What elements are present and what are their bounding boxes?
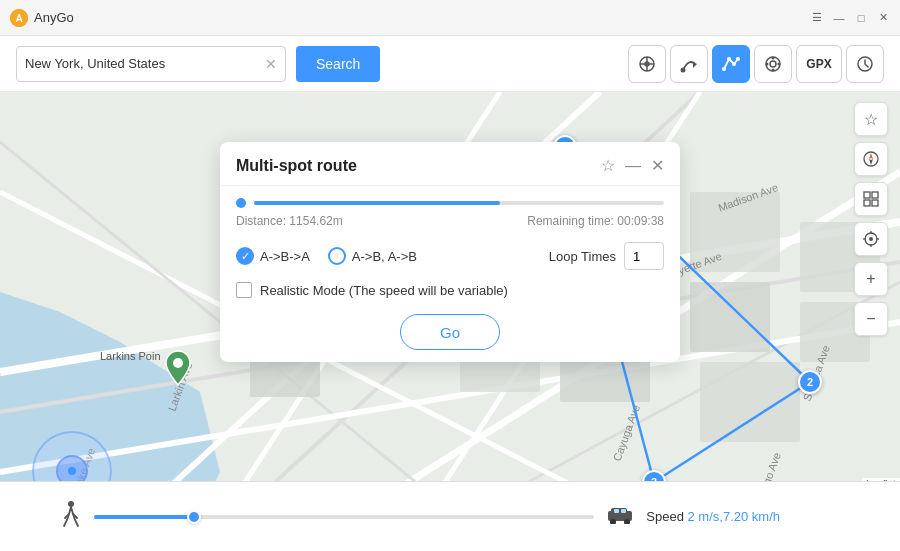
tool-group: GPX: [628, 45, 884, 83]
joystick-tool-button[interactable]: [754, 45, 792, 83]
history-button[interactable]: [846, 45, 884, 83]
svg-point-11: [736, 57, 740, 61]
progress-fill: [254, 201, 500, 205]
zoom-out-button[interactable]: −: [854, 302, 888, 336]
distance-label: Distance: 1154.62m: [236, 214, 343, 228]
loop-times: Loop Times: [549, 242, 664, 270]
waypoint-2: 2: [798, 370, 822, 394]
svg-point-14: [772, 56, 775, 59]
progress-row: [236, 198, 664, 208]
stats-row: Distance: 1154.62m Remaining time: 00:09…: [236, 214, 664, 228]
svg-point-59: [173, 358, 183, 368]
multi-stop-tool-button[interactable]: [712, 45, 750, 83]
progress-dot: [236, 198, 246, 208]
location-pin: [164, 349, 192, 387]
svg-text:Larkins Poin: Larkins Poin: [100, 350, 161, 362]
close-dialog-button[interactable]: ✕: [651, 156, 664, 175]
radio-a-b: [328, 247, 346, 265]
svg-point-68: [869, 237, 873, 241]
svg-point-10: [732, 62, 736, 66]
search-input[interactable]: [25, 56, 265, 71]
speed-slider[interactable]: [94, 515, 594, 519]
option-a-b[interactable]: A->B, A->B: [328, 247, 417, 265]
compass-button[interactable]: [854, 142, 888, 176]
go-button[interactable]: Go: [400, 314, 500, 350]
svg-point-16: [766, 62, 769, 65]
one-stop-tool-button[interactable]: [670, 45, 708, 83]
search-box: ✕: [16, 46, 286, 82]
car-icon: [606, 504, 634, 530]
realistic-mode-checkbox[interactable]: [236, 282, 252, 298]
dialog-title: Multi-spot route: [236, 157, 601, 175]
route-options-row: A->B->A A->B, A->B Loop Times: [236, 242, 664, 270]
minimize-button[interactable]: —: [832, 11, 846, 25]
layers-button[interactable]: [854, 182, 888, 216]
svg-rect-78: [614, 509, 619, 513]
app-logo: A: [10, 9, 28, 27]
walk-icon: [60, 500, 82, 534]
speed-value: 2 m/s,7.20 km/h: [688, 509, 780, 524]
hamburger-icon[interactable]: ☰: [810, 11, 824, 25]
svg-marker-61: [869, 153, 873, 159]
star-button[interactable]: ☆: [854, 102, 888, 136]
svg-point-17: [778, 62, 781, 65]
search-button[interactable]: Search: [296, 46, 380, 82]
option-a-b-label: A->B, A->B: [352, 249, 417, 264]
option-a-b-a[interactable]: A->B->A: [236, 247, 310, 265]
loop-times-label: Loop Times: [549, 249, 616, 264]
svg-point-9: [727, 57, 731, 61]
teleport-tool-button[interactable]: [628, 45, 666, 83]
radio-a-b-a: [236, 247, 254, 265]
svg-rect-79: [621, 509, 626, 513]
dialog-header: Multi-spot route ☆ — ✕: [220, 142, 680, 186]
top-bar: ✕ Search: [0, 36, 900, 92]
svg-rect-64: [872, 192, 878, 198]
title-bar: A AnyGo ☰ — □ ✕: [0, 0, 900, 36]
favorite-button[interactable]: ☆: [601, 156, 615, 175]
svg-rect-65: [864, 200, 870, 206]
realistic-mode-label: Realistic Mode (The speed will be variab…: [260, 283, 508, 298]
svg-point-15: [772, 68, 775, 71]
window-controls: ☰ — □ ✕: [810, 11, 890, 25]
gpx-button[interactable]: GPX: [796, 45, 842, 83]
close-button[interactable]: ✕: [876, 11, 890, 25]
svg-rect-63: [864, 192, 870, 198]
remaining-label: Remaining time: 00:09:38: [527, 214, 664, 228]
svg-point-8: [722, 67, 726, 71]
speed-text: Speed 2 m/s,7.20 km/h: [646, 509, 780, 524]
option-a-b-a-label: A->B->A: [260, 249, 310, 264]
dialog-header-icons: ☆ — ✕: [601, 156, 664, 175]
svg-marker-62: [869, 159, 873, 165]
svg-rect-40: [700, 362, 800, 442]
map-area[interactable]: Lake Ave Madison Ave Lafayette Ave Larki…: [0, 92, 900, 551]
speed-bar: Speed 2 m/s,7.20 km/h: [0, 481, 900, 551]
svg-rect-66: [872, 200, 878, 206]
loop-times-input[interactable]: [624, 242, 664, 270]
multispot-dialog: Multi-spot route ☆ — ✕ Distance: 1154.62…: [220, 142, 680, 362]
minimize-dialog-button[interactable]: —: [625, 157, 641, 175]
svg-point-6: [681, 67, 686, 72]
svg-point-13: [770, 61, 776, 67]
zoom-in-button[interactable]: +: [854, 262, 888, 296]
dialog-body: Distance: 1154.62m Remaining time: 00:09…: [220, 186, 680, 362]
right-toolbar: ☆ +: [854, 102, 888, 336]
maximize-button[interactable]: □: [854, 11, 868, 25]
svg-text:A: A: [15, 13, 22, 24]
clear-icon[interactable]: ✕: [265, 56, 277, 72]
svg-rect-39: [690, 282, 770, 352]
app-name: AnyGo: [34, 10, 810, 25]
checkbox-row: Realistic Mode (The speed will be variab…: [236, 282, 664, 298]
location-button[interactable]: [854, 222, 888, 256]
go-btn-row: Go: [236, 314, 664, 350]
joystick-dot: [68, 467, 76, 475]
progress-track: [254, 201, 664, 205]
